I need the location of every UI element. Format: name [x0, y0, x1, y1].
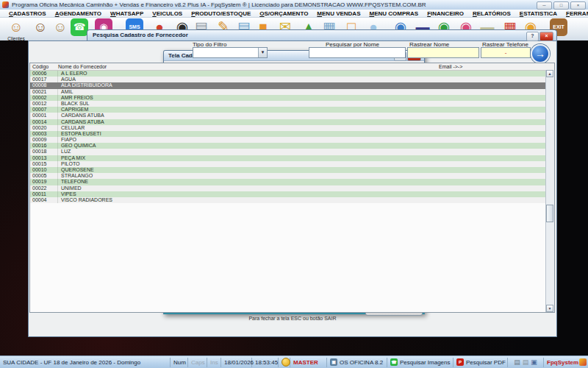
- clients-icon[interactable]: ☺: [7, 18, 25, 36]
- supplier-row-00016[interactable]: 00016GEO QUIMICA: [30, 143, 546, 149]
- supplier-row-00005[interactable]: 00005STRALANGO: [30, 173, 546, 179]
- status-search-images[interactable]: ☎ Pesquisar Imagens: [387, 358, 453, 367]
- search-name-input[interactable]: [309, 47, 406, 58]
- menu-item-menu-compras[interactable]: MENU COMPRAS: [365, 10, 423, 17]
- filter-type-select[interactable]: ▼: [193, 47, 268, 58]
- supplier-person-icon[interactable]: ☺: [32, 18, 49, 36]
- supplier-code: 00011: [30, 191, 58, 197]
- supplier-row-00011[interactable]: 00011VIPES: [30, 191, 546, 197]
- scroll-up-icon[interactable]: ▲: [546, 70, 553, 77]
- supplier-name: PILOTO: [58, 161, 80, 167]
- app-os-icon: ▣: [330, 358, 337, 366]
- menu-item-whatsapp[interactable]: WHATSAPP: [106, 10, 148, 17]
- supplier-row-00009[interactable]: 00009FIAPO: [30, 137, 546, 143]
- app-titlebar: Programa Oficina Mecânica Caminhão + Ven…: [0, 0, 588, 10]
- scroll-down-icon[interactable]: ▼: [546, 305, 553, 312]
- supplier-code: 00001: [30, 113, 58, 118]
- supplier-code: 00004: [30, 197, 58, 203]
- menu-item-relat-rios[interactable]: RELATÓRIOS: [468, 10, 515, 17]
- supplier-row-00010[interactable]: 00010QUEROSENE: [30, 167, 546, 173]
- list-scrollbar[interactable]: ▲ ▼: [545, 70, 554, 312]
- supplier-row-00013[interactable]: 00013PEÇA MIX: [30, 155, 546, 161]
- menu-item-produto-estoque[interactable]: PRODUTO/ESTOQUE: [187, 10, 255, 17]
- supplier-row-00006[interactable]: 00006A L ELERO: [30, 71, 546, 77]
- supplier-name: CAPRIGEM: [58, 107, 88, 113]
- supplier-name: PEÇA MIX: [58, 155, 85, 161]
- supplier-row-00001[interactable]: 00001CARDANS ATUBA: [30, 113, 546, 118]
- supplier-name: CARDANS ATUBA: [58, 119, 104, 125]
- status-search-pdf[interactable]: P Pesquisar PDF: [453, 358, 508, 367]
- supplier-row-00002[interactable]: 00002AMR FREIOS: [30, 95, 546, 101]
- menu-item-os-or-amento[interactable]: OS/ORÇAMENTO: [255, 10, 312, 17]
- monitor-icon[interactable]: ▣: [531, 358, 537, 367]
- supplier-name: TELEFONE: [58, 179, 88, 185]
- supplier-code: 00016: [30, 143, 58, 149]
- minimize-icon[interactable]: ─: [537, 1, 552, 10]
- supplier-row-00018[interactable]: 00018LUZ: [30, 149, 546, 155]
- menu-item-agendamento[interactable]: AGENDAMENTO: [51, 10, 106, 17]
- supplier-row-00022[interactable]: 00022UNIMED: [30, 185, 546, 191]
- menu-item-veiculos[interactable]: VEICULOS: [148, 10, 187, 17]
- scroll-thumb[interactable]: [546, 205, 553, 222]
- supplier-row-00004[interactable]: 00004VISCO RADIADORES: [30, 197, 546, 203]
- supplier-row-00012[interactable]: 00012BLACK SUL: [30, 101, 546, 107]
- printer-small-icon[interactable]: ▤: [514, 358, 520, 367]
- search-window-titlebar[interactable]: Pesquisa Cadastro de Fornecedor ? ×: [87, 29, 557, 40]
- search-window-title: Pesquisa Cadastro de Fornecedor: [93, 32, 188, 38]
- supplier-row-00019[interactable]: 00019TELEFONE: [30, 179, 546, 185]
- supplier-code: 00020: [30, 125, 58, 131]
- column-email[interactable]: Email ->->: [439, 63, 462, 70]
- status-ins: Ins: [207, 358, 221, 367]
- employee-person-icon[interactable]: ☺: [51, 18, 69, 36]
- menu-item-ferramentas[interactable]: FERRAMENTAS: [562, 10, 588, 17]
- status-location: SUA CIDADE - UF 18 de Janeiro de 2026 - …: [0, 358, 171, 367]
- supplier-name: BLACK SUL: [58, 101, 90, 107]
- supplier-row-00021[interactable]: 00021AMIL: [30, 89, 546, 95]
- printer-small-icon-2[interactable]: ▤: [523, 358, 529, 367]
- supplier-name: UNIMED: [58, 185, 82, 191]
- supplier-name: FIAPO: [58, 137, 76, 143]
- execute-search-button[interactable]: →: [531, 44, 550, 63]
- status-user: MASTER: [290, 358, 327, 367]
- restore-icon[interactable]: □: [553, 1, 569, 10]
- supplier-row-00008[interactable]: 00008ALA DISTRIBUIDORA: [30, 82, 546, 88]
- supplier-row-00015[interactable]: 00015PILOTO: [30, 161, 546, 167]
- status-devices: ▤ ▤ ▣: [508, 358, 544, 367]
- menu-bar: CADASTROSAGENDAMENTOWHATSAPPVEICULOSPROD…: [0, 10, 588, 18]
- close-hint-text: Para fechar a tela ESC ou botão SAIR: [28, 316, 557, 321]
- supplier-row-00017[interactable]: 00017AGUA: [30, 77, 546, 82]
- supplier-name: GEO QUIMICA: [58, 143, 96, 149]
- status-date: 18/01/2026: [221, 358, 252, 367]
- supplier-code: 00008: [30, 82, 58, 88]
- supplier-code: 00002: [30, 95, 58, 101]
- supplier-row-00007[interactable]: 00007CAPRIGEM: [30, 107, 546, 113]
- search-window-content: + ✎ × ☺ ✉ ☎ Tipo do Filtro ▼ Pesquisar p…: [28, 40, 557, 337]
- close-icon[interactable]: ×: [570, 1, 586, 10]
- supplier-row-00014[interactable]: 00014CARDANS ATUBA: [30, 119, 546, 125]
- supplier-name: ALA DISTRIBUIDORA: [58, 82, 112, 88]
- track-name-input[interactable]: [407, 47, 479, 58]
- menu-item-menu-vendas[interactable]: MENU VENDAS: [312, 10, 365, 17]
- clock-icon: [282, 358, 290, 367]
- supplier-name: AGUA: [58, 77, 76, 82]
- whatsapp-icon[interactable]: ☎: [71, 18, 88, 36]
- menu-item-estatistica[interactable]: ESTATISTICA: [515, 10, 562, 17]
- status-time: 18:53:45: [252, 358, 279, 367]
- supplier-code: 00012: [30, 101, 58, 107]
- supplier-row-00003[interactable]: 00003ESTOPA EUSETI: [30, 131, 546, 137]
- supplier-code: 00019: [30, 179, 58, 185]
- column-name[interactable]: Nome do Fornecedor: [58, 63, 107, 70]
- supplier-name: LUZ: [58, 149, 71, 155]
- column-code[interactable]: Código: [32, 63, 49, 70]
- supplier-code: 00022: [30, 185, 58, 191]
- supplier-row-00020[interactable]: 00020CELULAR: [30, 125, 546, 131]
- supplier-code: 00017: [30, 77, 58, 82]
- supplier-list-header: Código Nome do Fornecedor Email ->->: [30, 63, 554, 71]
- status-brand-logo: [578, 358, 588, 367]
- track-phone-input[interactable]: -: [481, 47, 531, 58]
- status-bar: SUA CIDADE - UF 18 de Janeiro de 2026 - …: [0, 355, 588, 368]
- menu-item-cadastros[interactable]: CADASTROS: [4, 10, 51, 17]
- arrow-right-icon: →: [535, 48, 545, 60]
- menu-item-financeiro[interactable]: FINANCEIRO: [423, 10, 468, 17]
- status-caps: Caps: [188, 358, 207, 367]
